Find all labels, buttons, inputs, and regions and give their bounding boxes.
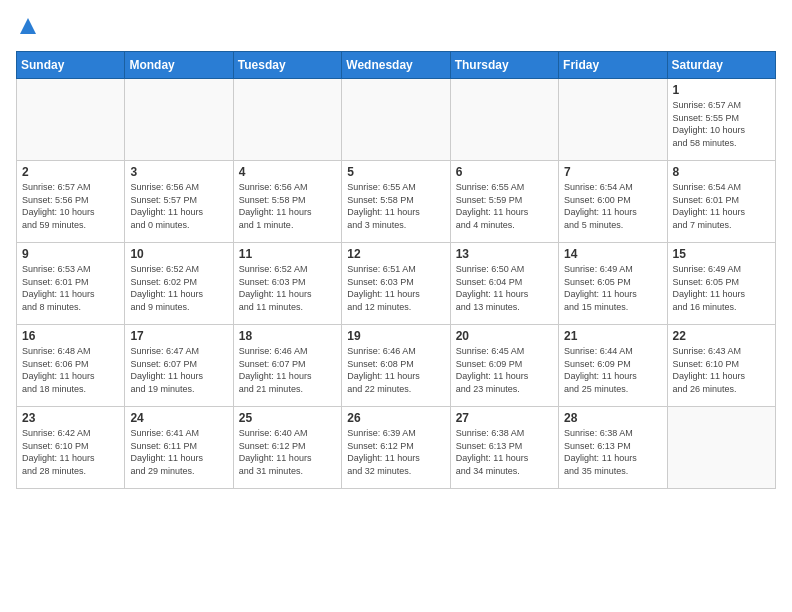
day-info: Sunrise: 6:55 AM Sunset: 5:58 PM Dayligh…	[347, 181, 444, 231]
calendar-cell: 23Sunrise: 6:42 AM Sunset: 6:10 PM Dayli…	[17, 407, 125, 489]
day-number: 8	[673, 165, 770, 179]
day-number: 7	[564, 165, 661, 179]
day-number: 13	[456, 247, 553, 261]
calendar-cell	[17, 79, 125, 161]
day-info: Sunrise: 6:40 AM Sunset: 6:12 PM Dayligh…	[239, 427, 336, 477]
calendar-cell: 12Sunrise: 6:51 AM Sunset: 6:03 PM Dayli…	[342, 243, 450, 325]
logo	[16, 16, 38, 41]
day-info: Sunrise: 6:38 AM Sunset: 6:13 PM Dayligh…	[456, 427, 553, 477]
day-info: Sunrise: 6:41 AM Sunset: 6:11 PM Dayligh…	[130, 427, 227, 477]
day-info: Sunrise: 6:43 AM Sunset: 6:10 PM Dayligh…	[673, 345, 770, 395]
day-number: 11	[239, 247, 336, 261]
calendar-cell: 13Sunrise: 6:50 AM Sunset: 6:04 PM Dayli…	[450, 243, 558, 325]
day-number: 2	[22, 165, 119, 179]
day-number: 19	[347, 329, 444, 343]
calendar-cell: 20Sunrise: 6:45 AM Sunset: 6:09 PM Dayli…	[450, 325, 558, 407]
day-info: Sunrise: 6:54 AM Sunset: 6:01 PM Dayligh…	[673, 181, 770, 231]
calendar-week-row: 16Sunrise: 6:48 AM Sunset: 6:06 PM Dayli…	[17, 325, 776, 407]
day-info: Sunrise: 6:53 AM Sunset: 6:01 PM Dayligh…	[22, 263, 119, 313]
weekday-header-thursday: Thursday	[450, 52, 558, 79]
day-info: Sunrise: 6:42 AM Sunset: 6:10 PM Dayligh…	[22, 427, 119, 477]
calendar-cell: 9Sunrise: 6:53 AM Sunset: 6:01 PM Daylig…	[17, 243, 125, 325]
day-number: 26	[347, 411, 444, 425]
weekday-header-wednesday: Wednesday	[342, 52, 450, 79]
calendar-cell: 8Sunrise: 6:54 AM Sunset: 6:01 PM Daylig…	[667, 161, 775, 243]
day-info: Sunrise: 6:48 AM Sunset: 6:06 PM Dayligh…	[22, 345, 119, 395]
weekday-header-saturday: Saturday	[667, 52, 775, 79]
day-number: 1	[673, 83, 770, 97]
day-info: Sunrise: 6:50 AM Sunset: 6:04 PM Dayligh…	[456, 263, 553, 313]
calendar-cell: 17Sunrise: 6:47 AM Sunset: 6:07 PM Dayli…	[125, 325, 233, 407]
calendar-cell: 16Sunrise: 6:48 AM Sunset: 6:06 PM Dayli…	[17, 325, 125, 407]
calendar-cell: 15Sunrise: 6:49 AM Sunset: 6:05 PM Dayli…	[667, 243, 775, 325]
svg-marker-0	[20, 18, 36, 34]
day-number: 21	[564, 329, 661, 343]
day-info: Sunrise: 6:49 AM Sunset: 6:05 PM Dayligh…	[564, 263, 661, 313]
day-number: 18	[239, 329, 336, 343]
weekday-header-friday: Friday	[559, 52, 667, 79]
calendar-cell: 14Sunrise: 6:49 AM Sunset: 6:05 PM Dayli…	[559, 243, 667, 325]
day-info: Sunrise: 6:55 AM Sunset: 5:59 PM Dayligh…	[456, 181, 553, 231]
calendar-cell: 24Sunrise: 6:41 AM Sunset: 6:11 PM Dayli…	[125, 407, 233, 489]
page-header	[16, 16, 776, 41]
day-info: Sunrise: 6:39 AM Sunset: 6:12 PM Dayligh…	[347, 427, 444, 477]
calendar-cell: 6Sunrise: 6:55 AM Sunset: 5:59 PM Daylig…	[450, 161, 558, 243]
calendar-page: SundayMondayTuesdayWednesdayThursdayFrid…	[0, 0, 792, 612]
calendar-cell: 25Sunrise: 6:40 AM Sunset: 6:12 PM Dayli…	[233, 407, 341, 489]
day-number: 14	[564, 247, 661, 261]
day-info: Sunrise: 6:56 AM Sunset: 5:58 PM Dayligh…	[239, 181, 336, 231]
calendar-cell	[450, 79, 558, 161]
calendar-cell: 2Sunrise: 6:57 AM Sunset: 5:56 PM Daylig…	[17, 161, 125, 243]
calendar-cell: 26Sunrise: 6:39 AM Sunset: 6:12 PM Dayli…	[342, 407, 450, 489]
day-info: Sunrise: 6:46 AM Sunset: 6:07 PM Dayligh…	[239, 345, 336, 395]
day-number: 12	[347, 247, 444, 261]
day-number: 15	[673, 247, 770, 261]
calendar-cell: 27Sunrise: 6:38 AM Sunset: 6:13 PM Dayli…	[450, 407, 558, 489]
day-info: Sunrise: 6:47 AM Sunset: 6:07 PM Dayligh…	[130, 345, 227, 395]
day-number: 3	[130, 165, 227, 179]
day-number: 4	[239, 165, 336, 179]
calendar-cell: 18Sunrise: 6:46 AM Sunset: 6:07 PM Dayli…	[233, 325, 341, 407]
calendar-cell: 28Sunrise: 6:38 AM Sunset: 6:13 PM Dayli…	[559, 407, 667, 489]
calendar-cell	[559, 79, 667, 161]
day-info: Sunrise: 6:38 AM Sunset: 6:13 PM Dayligh…	[564, 427, 661, 477]
day-info: Sunrise: 6:54 AM Sunset: 6:00 PM Dayligh…	[564, 181, 661, 231]
day-number: 23	[22, 411, 119, 425]
weekday-header-tuesday: Tuesday	[233, 52, 341, 79]
day-number: 17	[130, 329, 227, 343]
day-number: 25	[239, 411, 336, 425]
calendar-week-row: 1Sunrise: 6:57 AM Sunset: 5:55 PM Daylig…	[17, 79, 776, 161]
day-info: Sunrise: 6:51 AM Sunset: 6:03 PM Dayligh…	[347, 263, 444, 313]
calendar-cell: 22Sunrise: 6:43 AM Sunset: 6:10 PM Dayli…	[667, 325, 775, 407]
calendar-cell: 5Sunrise: 6:55 AM Sunset: 5:58 PM Daylig…	[342, 161, 450, 243]
day-number: 20	[456, 329, 553, 343]
day-number: 27	[456, 411, 553, 425]
day-info: Sunrise: 6:57 AM Sunset: 5:55 PM Dayligh…	[673, 99, 770, 149]
calendar-cell	[125, 79, 233, 161]
day-info: Sunrise: 6:57 AM Sunset: 5:56 PM Dayligh…	[22, 181, 119, 231]
day-number: 6	[456, 165, 553, 179]
calendar-table: SundayMondayTuesdayWednesdayThursdayFrid…	[16, 51, 776, 489]
day-number: 28	[564, 411, 661, 425]
calendar-week-row: 23Sunrise: 6:42 AM Sunset: 6:10 PM Dayli…	[17, 407, 776, 489]
day-info: Sunrise: 6:52 AM Sunset: 6:02 PM Dayligh…	[130, 263, 227, 313]
day-info: Sunrise: 6:46 AM Sunset: 6:08 PM Dayligh…	[347, 345, 444, 395]
day-number: 22	[673, 329, 770, 343]
calendar-week-row: 9Sunrise: 6:53 AM Sunset: 6:01 PM Daylig…	[17, 243, 776, 325]
calendar-cell	[233, 79, 341, 161]
calendar-cell: 1Sunrise: 6:57 AM Sunset: 5:55 PM Daylig…	[667, 79, 775, 161]
logo-icon	[18, 16, 38, 36]
day-info: Sunrise: 6:45 AM Sunset: 6:09 PM Dayligh…	[456, 345, 553, 395]
calendar-cell	[342, 79, 450, 161]
weekday-header-monday: Monday	[125, 52, 233, 79]
day-number: 9	[22, 247, 119, 261]
calendar-cell: 11Sunrise: 6:52 AM Sunset: 6:03 PM Dayli…	[233, 243, 341, 325]
day-info: Sunrise: 6:56 AM Sunset: 5:57 PM Dayligh…	[130, 181, 227, 231]
calendar-cell: 21Sunrise: 6:44 AM Sunset: 6:09 PM Dayli…	[559, 325, 667, 407]
day-number: 5	[347, 165, 444, 179]
day-info: Sunrise: 6:49 AM Sunset: 6:05 PM Dayligh…	[673, 263, 770, 313]
calendar-cell: 3Sunrise: 6:56 AM Sunset: 5:57 PM Daylig…	[125, 161, 233, 243]
day-info: Sunrise: 6:44 AM Sunset: 6:09 PM Dayligh…	[564, 345, 661, 395]
weekday-header-sunday: Sunday	[17, 52, 125, 79]
calendar-cell: 7Sunrise: 6:54 AM Sunset: 6:00 PM Daylig…	[559, 161, 667, 243]
